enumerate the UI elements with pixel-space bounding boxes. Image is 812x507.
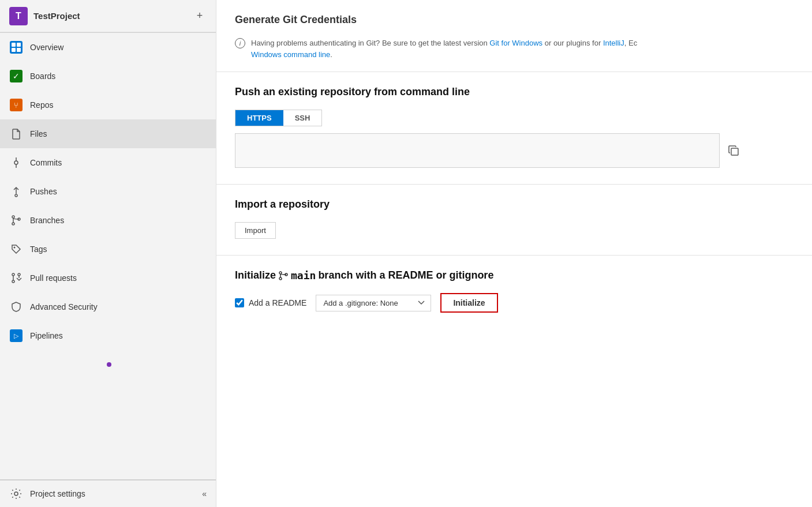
sidebar-label-branches: Branches [30, 216, 64, 225]
pullrequests-icon [9, 271, 23, 285]
svg-point-9 [14, 247, 16, 249]
initialize-button[interactable]: Initialize [440, 293, 497, 313]
svg-point-5 [12, 216, 14, 218]
sidebar-item-files[interactable]: Files [0, 119, 216, 148]
sidebar-label-pipelines: Pipelines [30, 331, 63, 340]
svg-point-0 [14, 161, 18, 164]
branches-icon [9, 213, 23, 227]
boards-icon [9, 69, 23, 83]
windows-command-line-link[interactable]: Windows command line [251, 50, 330, 59]
sidebar-label-boards: Boards [30, 72, 55, 81]
add-project-icon[interactable]: + [193, 9, 207, 23]
git-credentials-title: Generate Git Credentials [235, 7, 794, 31]
pipelines-icon [9, 329, 23, 343]
sidebar-header: T TestProject + [0, 0, 216, 32]
info-row: i Having problems authenticating in Git?… [235, 37, 794, 60]
repos-icon [9, 98, 23, 112]
init-controls: Add a README Add a .gitignore: None .git… [235, 293, 794, 313]
sidebar-item-pushes[interactable]: Pushes [0, 177, 216, 206]
overview-icon [9, 40, 23, 54]
sidebar-label-tags: Tags [30, 245, 47, 254]
add-readme-label[interactable]: Add a README [235, 298, 306, 307]
files-icon [9, 127, 23, 141]
sidebar-item-tags[interactable]: Tags [0, 235, 216, 264]
code-textarea[interactable] [235, 133, 720, 168]
project-name: TestProject [33, 11, 193, 21]
svg-point-18 [279, 277, 282, 280]
sidebar-item-boards[interactable]: Boards [0, 62, 216, 91]
protocol-tabs: HTTPS SSH [235, 110, 322, 126]
ssh-tab[interactable]: SSH [283, 110, 322, 126]
sidebar-label-repos: Repos [30, 100, 53, 110]
add-readme-text: Add a README [249, 298, 306, 307]
svg-rect-16 [731, 148, 738, 155]
https-tab[interactable]: HTTPS [235, 110, 283, 126]
svg-point-12 [18, 273, 20, 276]
project-avatar: T [9, 7, 28, 25]
sidebar-item-purple-dot[interactable] [0, 350, 216, 379]
sidebar-label-commits: Commits [30, 158, 62, 167]
gear-icon [9, 487, 23, 501]
main-content: Generate Git Credentials i Having proble… [216, 0, 812, 507]
sidebar-label-advanced-security: Advanced Security [30, 302, 98, 311]
gitignore-select[interactable]: Add a .gitignore: None .gitignore [316, 295, 431, 311]
purple-dot-icon [107, 362, 111, 367]
svg-point-10 [12, 273, 14, 276]
sidebar: T TestProject + Overview Boards Repos [0, 0, 216, 507]
import-button[interactable]: Import [235, 222, 276, 239]
sidebar-item-pipelines[interactable]: Pipelines [0, 321, 216, 350]
sidebar-label-files: Files [30, 129, 47, 138]
pushes-icon [9, 185, 23, 198]
sidebar-label-overview: Overview [30, 43, 63, 52]
import-section-heading: Import a repository [235, 198, 794, 211]
init-heading-prefix: Initialize [235, 269, 276, 281]
sidebar-label-pull-requests: Pull requests [30, 273, 77, 283]
svg-point-15 [14, 492, 18, 495]
tags-icon [9, 242, 23, 256]
sidebar-label-pushes: Pushes [30, 187, 57, 196]
commits-icon [9, 156, 23, 170]
sidebar-nav-scroll: Overview Boards Repos Files [0, 33, 216, 479]
sidebar-footer: Project settings « [0, 479, 216, 507]
sidebar-item-pull-requests[interactable]: Pull requests [0, 264, 216, 292]
security-icon [9, 300, 23, 314]
svg-point-6 [12, 223, 14, 225]
code-area-wrapper [235, 133, 794, 168]
initialize-heading: Initialize main branch with a README or … [235, 269, 794, 281]
push-section-heading: Push an existing repository from command… [235, 86, 794, 98]
collapse-sidebar-icon[interactable]: « [202, 489, 207, 498]
sidebar-item-repos[interactable]: Repos [0, 91, 216, 119]
initialize-section: Initialize main branch with a README or … [216, 256, 812, 329]
git-credentials-section: Generate Git Credentials i Having proble… [216, 0, 812, 72]
push-section: Push an existing repository from command… [216, 72, 812, 185]
svg-point-11 [12, 280, 14, 283]
import-section: Import a repository Import [216, 185, 812, 256]
add-readme-checkbox[interactable] [235, 298, 244, 307]
branch-icon [278, 270, 289, 281]
project-settings-label: Project settings [30, 489, 85, 498]
branch-name: main [291, 269, 316, 281]
sidebar-item-project-settings[interactable]: Project settings « [0, 480, 216, 507]
sidebar-item-advanced-security[interactable]: Advanced Security [0, 292, 216, 321]
init-heading-suffix: branch with a README or gitignore [318, 269, 493, 281]
sidebar-item-overview[interactable]: Overview [0, 33, 216, 62]
sidebar-item-branches[interactable]: Branches [0, 206, 216, 235]
intellij-link[interactable]: IntelliJ [603, 39, 624, 47]
git-for-windows-link[interactable]: Git for Windows [489, 39, 542, 47]
copy-code-button[interactable] [724, 141, 743, 160]
sidebar-item-commits[interactable]: Commits [0, 148, 216, 177]
info-icon: i [235, 38, 245, 48]
svg-point-3 [15, 194, 17, 197]
info-text: Having problems authenticating in Git? B… [251, 37, 637, 60]
svg-point-17 [279, 272, 282, 274]
